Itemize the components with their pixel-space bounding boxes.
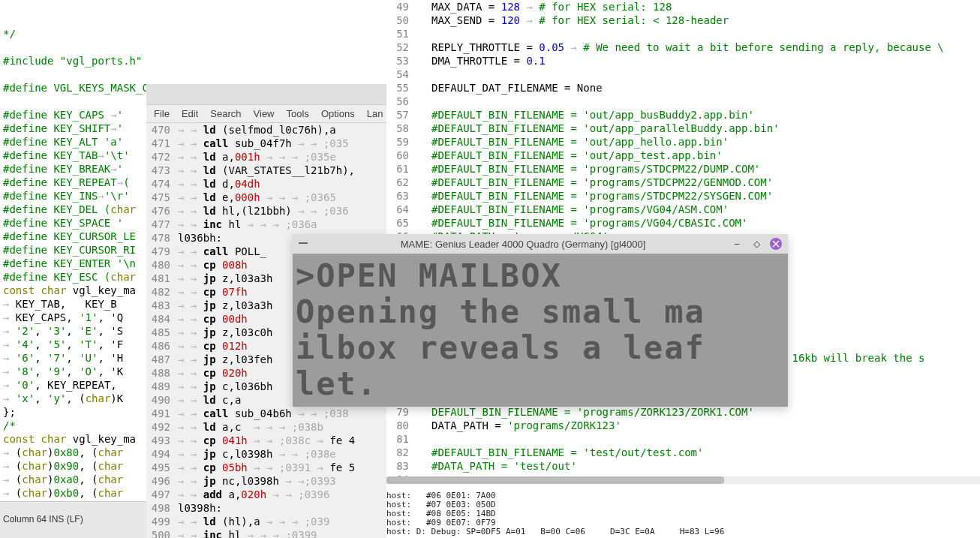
code-line[interactable] xyxy=(431,95,944,108)
code-line[interactable]: → → cp 041h → → ;038c → fe 4 xyxy=(178,434,355,447)
line-number: 60 xyxy=(386,149,409,162)
code-line[interactable]: MAX_SEND = 120 → # for HEX serial: < 128… xyxy=(431,14,944,27)
code-line[interactable]: DEFAULT_DAT_FILENAME = None xyxy=(431,81,944,95)
line-number: 52 xyxy=(386,41,409,54)
line-number: 474 xyxy=(146,177,170,191)
code-line[interactable]: → → ld (selfmod_l0c76h),a xyxy=(178,123,355,137)
menu-search[interactable]: Search xyxy=(210,107,241,120)
line-number: 81 xyxy=(386,432,409,446)
code-line[interactable]: → → call sub_04f7h → → ;035 xyxy=(178,137,355,150)
line-number: 83 xyxy=(386,459,409,473)
code-line[interactable]: #DEFAULT_BIN_FILENAME = 'out/app_paralle… xyxy=(431,122,944,135)
line-number: 471 xyxy=(146,137,170,150)
line-number: 51 xyxy=(386,27,409,41)
minimize-icon[interactable]: – xyxy=(731,238,743,250)
code-line[interactable]: → → cp 05bh → → ;0391 → fe 5 xyxy=(178,461,355,474)
line-number: 498 xyxy=(146,501,170,515)
mame-line-0: >OPEN MAILBOX xyxy=(296,258,785,294)
code-line[interactable] xyxy=(431,432,944,446)
code-line[interactable]: → → jp c,l0398h → → ;038e xyxy=(178,447,355,461)
code-line[interactable]: → → ld (hl),a → → → ;039 xyxy=(178,515,355,528)
line-number: 55 xyxy=(386,81,409,95)
mame-app-icon xyxy=(297,237,311,251)
line-number: 480 xyxy=(146,258,170,272)
line-number: 497 xyxy=(146,488,170,501)
code-line[interactable] xyxy=(431,68,944,81)
line-number: 63 xyxy=(386,189,409,203)
line-number: 53 xyxy=(386,54,409,68)
line-number: 473 xyxy=(146,164,170,177)
code-line[interactable]: REPLY_THROTTLE = 0.05 → # We need to wai… xyxy=(431,41,944,54)
menu-edit[interactable]: Edit xyxy=(182,107,198,120)
code-line[interactable]: #DATA_PATH = 'test/out' xyxy=(431,459,944,473)
right-h-scrollbar[interactable] xyxy=(386,476,980,484)
code-line[interactable]: #DEFAULT_BIN_FILENAME = 'test/out/test.c… xyxy=(431,446,944,459)
line-number: 492 xyxy=(146,420,170,434)
code-line[interactable]: DATA_PATH = 'programs/ZORK123' xyxy=(431,419,944,432)
line-number: 484 xyxy=(146,312,170,326)
code-line[interactable]: → → add a,020h → → ;0396 xyxy=(178,488,355,501)
menu-view[interactable]: View xyxy=(254,107,275,120)
line-number: 64 xyxy=(386,203,409,216)
menu-tools[interactable]: Tools xyxy=(287,107,309,120)
code-line[interactable]: → → ld d,04dh xyxy=(178,177,355,191)
code-line[interactable]: l0398h: xyxy=(178,501,355,515)
mame-window: MAME: Genius Leader 4000 Quadro (Germany… xyxy=(293,234,788,407)
mame-titlebar[interactable]: MAME: Genius Leader 4000 Quadro (Germany… xyxy=(293,234,788,254)
line-number: 496 xyxy=(146,474,170,488)
code-line[interactable]: → → call sub_04b6h → → ;038 xyxy=(178,407,355,420)
line-number: 478 xyxy=(146,231,170,245)
code-line[interactable]: → → inc hl → → → ;0399 xyxy=(178,528,355,538)
menu-lang[interactable]: Lan xyxy=(367,107,383,120)
middle-titlebar[interactable] xyxy=(146,84,386,105)
code-line[interactable]: MAX_DATA = 128 → # for HEX serial: 128 xyxy=(431,0,944,14)
status-bar: Column 64 INS (LF) xyxy=(0,501,146,538)
code-line[interactable]: → → inc hl → → → ;036a xyxy=(178,218,355,231)
line-number: 486 xyxy=(146,339,170,353)
maximize-icon[interactable]: ◇ xyxy=(750,238,762,250)
line-number: 490 xyxy=(146,393,170,407)
code-line[interactable]: → → jp nc,l0398h → →;0393 xyxy=(178,474,355,488)
menu-file[interactable]: File xyxy=(154,107,170,120)
code-line[interactable]: → → ld hl,(l21bbh) → → ;036 xyxy=(178,204,355,218)
terminal-line: host: D: Debug: SP=0DF5 A=01 B=00 C=06 D… xyxy=(386,527,980,536)
scrollbar-thumb[interactable] xyxy=(386,476,724,484)
code-line[interactable] xyxy=(431,27,944,41)
line-number: 495 xyxy=(146,461,170,474)
code-line[interactable]: #DEFAULT_BIN_FILENAME = 'out/app_busBudd… xyxy=(431,108,944,122)
line-number: 482 xyxy=(146,285,170,299)
line-number: 54 xyxy=(386,68,409,81)
line-number: 82 xyxy=(386,446,409,459)
code-line[interactable]: → → ld (VAR_STATES__l21b7h), xyxy=(178,164,355,177)
code-line[interactable]: #DEFAULT_BIN_FILENAME = 'out/app_hello.a… xyxy=(431,135,944,149)
middle-menubar: File Edit Search View Tools Options Lan xyxy=(146,105,386,123)
line-number: 483 xyxy=(146,299,170,312)
terminal-output[interactable]: host: #06 0E01: 7A00host: #07 0E03: 050D… xyxy=(386,491,980,538)
mame-line-1: Opening the small ma xyxy=(296,294,785,330)
line-number: 65 xyxy=(386,216,409,230)
code-line[interactable]: → → ld a,001h → → → ;035e xyxy=(178,150,355,164)
line-number: 488 xyxy=(146,366,170,380)
line-number: 499 xyxy=(146,515,170,528)
code-line[interactable]: → → ld e,000h → → → ;0365 xyxy=(178,191,355,204)
mame-title: MAME: Genius Leader 4000 Quadro (Germany… xyxy=(315,239,731,250)
menu-options[interactable]: Options xyxy=(321,107,355,120)
code-line[interactable]: #DEFAULT_BIN_FILENAME = 'out/app_test.ap… xyxy=(431,149,944,162)
close-icon[interactable] xyxy=(770,238,782,250)
code-line[interactable]: → → ld a,c → → → ;038b xyxy=(178,420,355,434)
line-number: 500 xyxy=(146,528,170,538)
code-line[interactable]: #DEFAULT_BIN_FILENAME = 'programs/STDCPM… xyxy=(431,162,944,176)
line-number: 487 xyxy=(146,353,170,366)
code-line[interactable]: #DEFAULT_BIN_FILENAME = 'programs/VG04/A… xyxy=(431,203,944,216)
code-line[interactable]: #DEFAULT_BIN_FILENAME = 'programs/STDCPM… xyxy=(431,189,944,203)
code-line[interactable]: DMA_THROTTLE = 0.1 xyxy=(431,54,944,68)
line-number: 61 xyxy=(386,162,409,176)
line-number: 59 xyxy=(386,135,409,149)
line-number: 493 xyxy=(146,434,170,447)
code-line[interactable]: DEFAULT_BIN_FILENAME = 'programs/ZORK123… xyxy=(431,405,944,419)
line-number: 476 xyxy=(146,204,170,218)
line-number: 49 xyxy=(386,0,409,14)
line-number: 479 xyxy=(146,245,170,258)
code-line[interactable]: #DEFAULT_BIN_FILENAME = 'programs/STDCPM… xyxy=(431,176,944,189)
code-line[interactable]: #DEFAULT_BIN_FILENAME = 'programs/VG04/C… xyxy=(431,216,944,230)
